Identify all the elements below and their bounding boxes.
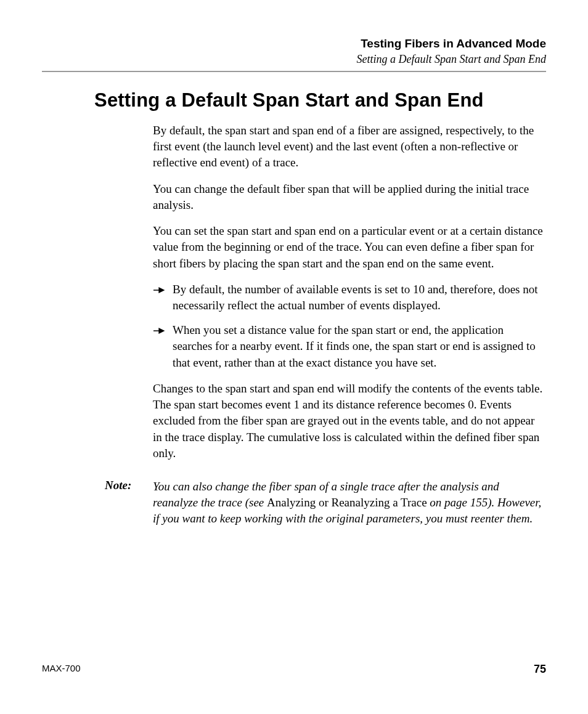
arrow-icon	[153, 285, 166, 296]
arrow-icon	[153, 326, 166, 337]
section-subtitle: Setting a Default Span Start and Span En…	[42, 53, 546, 66]
bullet-list: By default, the number of available even…	[153, 282, 546, 371]
paragraph: Changes to the span start and span end w…	[153, 381, 546, 461]
header-rule	[42, 71, 546, 72]
chapter-title: Testing Fibers in Advanced Mode	[42, 37, 546, 51]
page-title: Setting a Default Span Start and Span En…	[94, 89, 546, 112]
page-footer: MAX-700 75	[42, 663, 546, 676]
page: Testing Fibers in Advanced Mode Setting …	[0, 0, 588, 714]
list-item: When you set a distance value for the sp…	[153, 322, 546, 371]
paragraph: You can change the default fiber span th…	[153, 181, 546, 213]
paragraph: By default, the span start and span end …	[153, 123, 546, 171]
list-item-text: By default, the number of available even…	[173, 282, 546, 314]
note-block: Note: You can also change the fiber span…	[42, 479, 546, 527]
footer-product: MAX-700	[42, 663, 81, 676]
list-item: By default, the number of available even…	[153, 282, 546, 314]
note-link: Analyzing or Reanalyzing a Trace	[267, 496, 427, 509]
note-label: Note:	[105, 479, 153, 492]
page-number: 75	[534, 663, 546, 676]
paragraph: You can set the span start and span end …	[153, 223, 546, 272]
running-header: Testing Fibers in Advanced Mode Setting …	[42, 37, 546, 66]
note-text: You can also change the fiber span of a …	[153, 479, 546, 527]
body-content: By default, the span start and span end …	[153, 123, 546, 461]
list-item-text: When you set a distance value for the sp…	[173, 322, 546, 371]
